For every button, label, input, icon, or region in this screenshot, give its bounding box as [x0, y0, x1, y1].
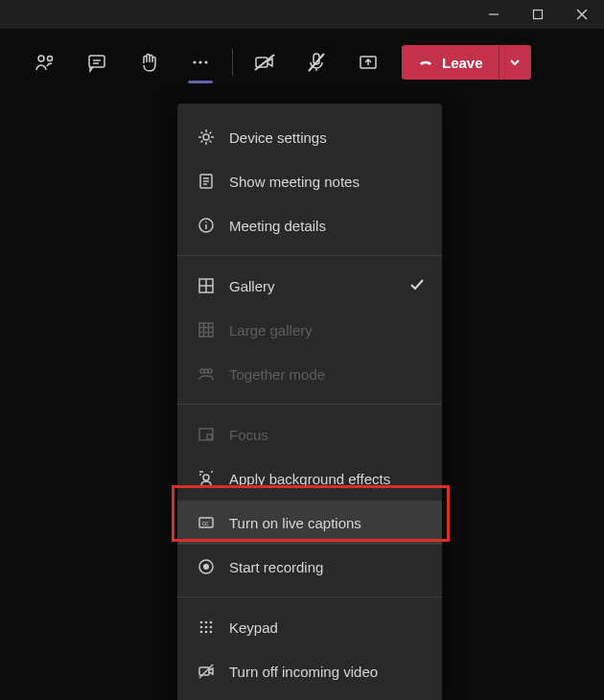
svg-rect-6	[89, 56, 105, 67]
gallery-icon	[197, 276, 216, 295]
svg-point-47	[205, 621, 208, 624]
more-options-menu: Device settings Show meeting notes Meeti…	[177, 104, 442, 700]
large-gallery-icon	[197, 320, 216, 339]
svg-line-56	[199, 665, 213, 678]
meeting-toolbar: Leave	[0, 29, 604, 96]
leave-button-group: Leave	[402, 45, 531, 80]
svg-point-50	[205, 626, 208, 629]
svg-point-49	[200, 626, 203, 629]
more-icon	[190, 52, 211, 73]
svg-point-54	[210, 631, 213, 634]
mic-toggle-button[interactable]	[290, 35, 342, 89]
menu-live-captions[interactable]: cc Turn on live captions	[177, 501, 442, 545]
menu-turn-off-incoming-video[interactable]: Turn off incoming video	[177, 649, 442, 693]
menu-item-label: Turn off incoming video	[229, 664, 378, 680]
hangup-icon	[417, 54, 434, 71]
menu-item-label: Start recording	[229, 559, 323, 575]
close-icon	[576, 9, 588, 20]
chat-icon	[86, 52, 107, 73]
menu-item-label: Turn on live captions	[229, 515, 361, 531]
record-icon	[197, 557, 216, 576]
menu-meeting-notes[interactable]: Show meeting notes	[177, 159, 442, 203]
window-titlebar	[0, 0, 604, 29]
menu-item-label: Focus	[229, 427, 268, 443]
toolbar-separator	[232, 49, 233, 76]
participants-icon	[35, 52, 56, 73]
svg-point-17	[203, 134, 209, 140]
raise-hand-button[interactable]	[123, 35, 174, 89]
menu-separator	[177, 596, 442, 597]
info-icon	[197, 216, 216, 235]
menu-item-label: Show meeting notes	[229, 174, 360, 190]
menu-item-label: Device settings	[229, 129, 327, 146]
camera-off-icon	[253, 52, 276, 73]
menu-gallery[interactable]: Gallery	[177, 264, 442, 308]
svg-point-53	[205, 631, 208, 634]
menu-separator	[177, 255, 442, 256]
window-close-button[interactable]	[560, 0, 604, 29]
menu-device-settings[interactable]: Device settings	[177, 115, 442, 159]
menu-item-label: Gallery	[229, 278, 275, 294]
svg-rect-37	[207, 434, 212, 439]
menu-item-label: Apply background effects	[229, 471, 390, 487]
menu-meeting-details[interactable]: Meeting details	[177, 203, 442, 247]
menu-keypad[interactable]: Keypad	[177, 605, 442, 649]
minimize-icon	[488, 9, 499, 20]
menu-focus: Focus	[177, 412, 442, 456]
leave-dropdown-button[interactable]	[499, 45, 531, 80]
participants-button[interactable]	[19, 35, 71, 89]
leave-button[interactable]: Leave	[402, 45, 499, 80]
svg-point-5	[48, 57, 53, 61]
background-icon	[197, 469, 216, 488]
svg-rect-1	[534, 11, 543, 19]
svg-point-52	[200, 631, 203, 634]
menu-background-effects[interactable]: Apply background effects	[177, 456, 442, 501]
maximize-icon	[532, 9, 544, 20]
menu-item-label: Keypad	[229, 619, 278, 636]
leave-label: Leave	[442, 55, 483, 71]
svg-point-9	[193, 60, 196, 63]
svg-rect-28	[199, 323, 213, 337]
raise-hand-icon	[138, 52, 159, 73]
share-icon	[358, 52, 379, 73]
svg-point-11	[204, 60, 207, 63]
menu-item-label: Together mode	[229, 366, 325, 383]
share-button[interactable]	[342, 35, 394, 89]
together-icon	[197, 364, 216, 384]
captions-icon: cc	[197, 513, 216, 532]
svg-point-24	[205, 222, 207, 223]
incoming-video-off-icon	[197, 662, 216, 681]
svg-text:cc: cc	[202, 520, 210, 526]
svg-point-48	[210, 621, 213, 624]
keypad-icon	[197, 618, 216, 637]
camera-toggle-button[interactable]	[239, 35, 290, 89]
notes-icon	[197, 172, 216, 191]
focus-icon	[197, 425, 216, 444]
more-options-button[interactable]	[174, 35, 226, 89]
menu-together-mode: Together mode	[177, 352, 442, 396]
svg-point-35	[204, 369, 208, 373]
gear-icon	[197, 128, 216, 147]
svg-point-45	[203, 564, 209, 570]
window-minimize-button[interactable]	[472, 0, 516, 29]
chevron-down-icon	[509, 57, 521, 68]
svg-point-4	[38, 56, 44, 61]
menu-large-gallery: Large gallery	[177, 308, 442, 352]
chat-button[interactable]	[71, 35, 123, 89]
window-maximize-button[interactable]	[516, 0, 560, 29]
svg-point-51	[210, 626, 213, 629]
svg-point-38	[203, 475, 209, 480]
menu-item-label: Meeting details	[229, 218, 326, 234]
check-icon	[409, 277, 425, 295]
mic-off-icon	[306, 52, 327, 73]
menu-start-recording[interactable]: Start recording	[177, 545, 442, 589]
menu-separator	[177, 404, 442, 405]
svg-point-10	[198, 60, 201, 63]
svg-point-46	[200, 621, 203, 624]
menu-item-label: Large gallery	[229, 322, 313, 338]
